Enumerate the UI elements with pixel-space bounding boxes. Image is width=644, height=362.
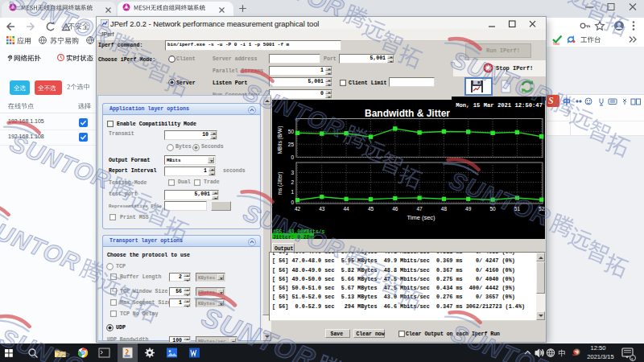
svg-text:51: 51 — [514, 206, 521, 212]
svg-text:46: 46 — [392, 206, 398, 212]
svg-text:1: 1 — [291, 189, 294, 195]
svg-text:ms (Jitter): ms (Jitter) — [277, 172, 283, 195]
svg-text:50: 50 — [288, 129, 295, 134]
svg-text:2: 2 — [291, 179, 294, 185]
svg-text:Time (sec): Time (sec) — [407, 214, 436, 221]
svg-text:Bandwidth & Jitter: Bandwidth & Jitter — [365, 108, 450, 119]
svg-text:MBits (B/W): MBits (B/W) — [277, 126, 283, 154]
svg-text:3: 3 — [291, 170, 294, 175]
svg-text:42: 42 — [295, 206, 301, 212]
svg-text:44: 44 — [343, 206, 349, 212]
svg-text:43: 43 — [319, 206, 325, 212]
svg-text:Mon, 15 Mar 2021 12:50:47: Mon, 15 Mar 2021 12:50:47 — [456, 102, 543, 109]
svg-text:48: 48 — [441, 206, 448, 212]
svg-text:Jitter: 0.28ms: Jitter: 0.28ms — [273, 235, 316, 240]
svg-text:0: 0 — [291, 200, 294, 205]
svg-text:45: 45 — [368, 206, 374, 212]
svg-text:Nao: Nao — [553, 42, 560, 46]
svg-text:25: 25 — [288, 142, 295, 147]
svg-text:0: 0 — [291, 154, 294, 160]
svg-text:47: 47 — [416, 206, 423, 212]
svg-text:52: 52 — [539, 206, 545, 212]
svg-text:50: 50 — [489, 206, 496, 212]
svg-text:49: 49 — [465, 206, 472, 212]
